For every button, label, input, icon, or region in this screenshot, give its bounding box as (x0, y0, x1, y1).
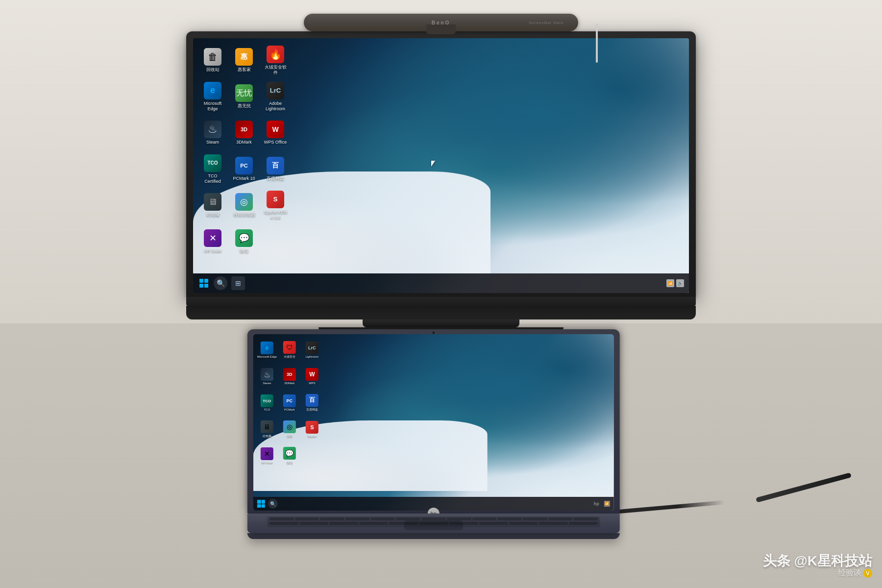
laptop-pc-icon: 🖥 (261, 420, 273, 433)
key[interactable] (497, 517, 522, 520)
laptop-steam-icon: ♨ (261, 368, 273, 381)
laptop-lr-label: Lightroom (305, 355, 318, 358)
desktop-icon-steam[interactable]: ♨ Steam (198, 116, 227, 150)
laptop-icon-fire[interactable]: 🛡 火绒安全 (279, 337, 300, 363)
steam-label: Steam (206, 140, 219, 145)
360-icon: 无忧 (235, 84, 253, 102)
desktop-icon-edge[interactable]: e Microsoft Edge (198, 79, 227, 114)
watermark-sub-text: 经验谈 V (838, 568, 872, 578)
recycle-label: 回收站 (206, 67, 220, 73)
desktop-icon-wps[interactable]: W WPS Office (261, 116, 290, 150)
desktop-icon-wechat[interactable]: 💬 微信 (229, 224, 259, 259)
laptop-steam-label: Steam (263, 382, 271, 385)
laptop-pc-label: 此电脑 (263, 434, 271, 439)
key[interactable] (329, 522, 358, 525)
laptop-3dmark-label: 3DMark (284, 382, 294, 385)
touchpad[interactable] (404, 520, 463, 530)
laptop-icon-3dmark[interactable]: 3D 3DMark (279, 364, 300, 389)
taskbar-widgets-button[interactable]: ⊞ (231, 276, 245, 290)
desktop-icon-pc[interactable]: 🖥 此电脑 (198, 188, 227, 222)
key[interactable] (294, 517, 319, 520)
laptop-icon-pc[interactable]: 🖥 此电脑 (256, 416, 278, 442)
screenbar-power-cable (596, 24, 598, 63)
laptop-icon-chrome[interactable]: ◎ 谷歌 (279, 416, 300, 442)
laptop-icon-edge[interactable]: e Microsoft Edge (256, 337, 278, 363)
key[interactable] (359, 522, 388, 525)
key[interactable] (523, 517, 547, 520)
laptop-icon-steam[interactable]: ♨ Steam (256, 364, 278, 389)
key[interactable] (472, 517, 496, 520)
key[interactable] (548, 517, 572, 520)
laptop-xr-icon: ✕ (261, 447, 273, 460)
key[interactable] (270, 517, 294, 520)
pc-label: 此电脑 (206, 212, 220, 218)
desktop-icon-hui[interactable]: 惠 惠客家 (229, 43, 259, 77)
laptop-screen: e Microsoft Edge 🛡 火绒安全 LrC Lightroom ♨ … (253, 334, 614, 511)
key[interactable] (539, 522, 568, 525)
tray-icon-sound: 🔊 (676, 279, 684, 287)
taskbar-search-button[interactable]: 🔍 (214, 276, 227, 290)
laptop-search-button[interactable]: 🔍 (268, 499, 278, 509)
laptop-pcmark-icon: PC (283, 394, 296, 407)
key[interactable] (479, 522, 508, 525)
monitor-assembly: BenQ ScreenBar Halo 🗑 回收站 (186, 10, 696, 311)
desktop-icon-xr[interactable]: ✕ XR Suite (198, 224, 227, 259)
laptop-xr-label: XR Suite (261, 461, 273, 464)
spyder-icon: S (267, 191, 284, 208)
desktop-icon-3dmark[interactable]: 3D 3DMark (229, 116, 259, 150)
desktop-icon-spyder[interactable]: S SpyderXElite 5.6 (261, 188, 290, 222)
laptop-icon-xr[interactable]: ✕ XR Suite (256, 443, 278, 468)
xr-label: XR Suite (204, 248, 221, 254)
laptop-hp-taskbar-logo: hp (594, 501, 599, 506)
key[interactable] (299, 522, 328, 525)
key[interactable] (509, 522, 538, 525)
fire-label: 火绒安全软件 (263, 65, 288, 75)
laptop-icon-wps[interactable]: W WPS (301, 364, 323, 389)
laptop-icon-lr[interactable]: LrC Lightroom (301, 337, 323, 363)
monitor-taskbar[interactable]: 🔍 ⊞ 📶 🔊 (193, 273, 689, 293)
desktop-icon-360[interactable]: 无忧 惠无忧 (229, 79, 259, 114)
windows-logo-icon (199, 279, 208, 288)
desktop-icon-lr[interactable]: LrC Adobe Lightroom (261, 79, 290, 114)
wps-label: WPS Office (264, 140, 287, 145)
laptop-windows-button[interactable] (257, 500, 265, 508)
laptop-edge-icon: e (261, 342, 273, 354)
mouse-cursor (431, 161, 437, 167)
laptop-icon-wechat[interactable]: 💬 微信 (279, 443, 300, 468)
desktop-icon-tco[interactable]: TCO TCO Certified (198, 152, 227, 186)
laptop-baidu-icon: 百 (306, 394, 318, 407)
lr-label: Adobe Lightroom (263, 101, 288, 112)
windows-start-button[interactable] (198, 277, 210, 289)
watermark-v-badge: V (863, 569, 872, 578)
laptop-icon-spyder[interactable]: S Spyder (301, 416, 323, 442)
baidu-label: 百度网盘 (267, 176, 284, 181)
key[interactable] (320, 517, 344, 520)
laptop-bottom-trim (247, 533, 620, 539)
monitor-desktop-icons: 🗑 回收站 惠 惠客家 🔥 火绒安全软件 e Microsoft Edge (198, 43, 290, 259)
desktop-icon-fire[interactable]: 🔥 火绒安全软件 (261, 43, 290, 77)
wechat-label: 微信 (240, 248, 248, 254)
laptop-icon-pcmark[interactable]: PC PCMark (279, 390, 300, 416)
pc-icon: 🖥 (204, 193, 221, 211)
laptop-icon-tco[interactable]: TCO TCO (256, 390, 278, 416)
laptop-spyder-icon: S (306, 421, 318, 434)
key[interactable] (371, 517, 395, 520)
laptop-wechat-icon: 💬 (283, 447, 296, 460)
tco-icon: TCO (204, 154, 221, 172)
laptop-lr-icon: LrC (306, 342, 318, 354)
laptop-tco-icon: TCO (261, 394, 273, 407)
monitor-bezel: 🗑 回收站 惠 惠客家 🔥 火绒安全软件 e Microsoft Edge (186, 31, 696, 297)
key[interactable] (270, 522, 298, 525)
desktop-icon-baidu[interactable]: 百 百度网盘 (261, 152, 290, 186)
laptop-icon-baidu[interactable]: 百 百度网盘 (301, 390, 323, 416)
laptop-fire-label: 火绒安全 (284, 355, 295, 359)
key[interactable] (573, 517, 598, 520)
key[interactable] (345, 517, 370, 520)
lr-icon: LrC (267, 82, 284, 99)
laptop-tray-icon: 📶 (604, 501, 610, 507)
desktop-icon-recycle[interactable]: 🗑 回收站 (198, 43, 227, 77)
desktop-icon-chrome[interactable]: ◎ 谷歌浏览器 (229, 188, 259, 222)
desktop-icon-pcmark[interactable]: PC PCMark 10 (229, 152, 259, 186)
wechat-icon: 💬 (235, 229, 253, 247)
key[interactable] (569, 522, 598, 525)
